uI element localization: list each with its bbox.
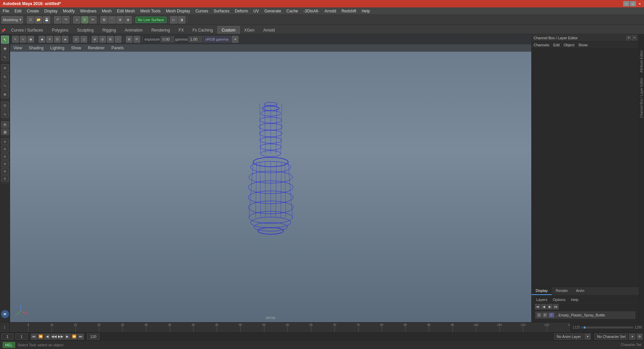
vp-exposure-field[interactable]: 0.00 [161,36,174,42]
ipr-btn[interactable]: ◑ [178,16,185,23]
play-fwd-btn[interactable]: ▶▶ [58,334,64,340]
vp-x-ray-btn[interactable]: ◈ [62,36,68,43]
menu-item-curves[interactable]: Curves [193,7,211,14]
menu-item-redshift[interactable]: Redshift [339,7,359,14]
shelf-tab-rendering[interactable]: Rendering [147,26,174,34]
select-tool-btn[interactable]: ↖ [1,36,9,44]
menu-item--3dtoall-[interactable]: -3DtoAll- [301,7,322,14]
universal-manip-btn[interactable]: ⊕ [1,90,9,98]
viewport-menu-renderer[interactable]: Renderer [85,44,108,52]
menu-item-modify[interactable]: Modify [60,7,77,14]
layer-ctrl-prev[interactable]: ◀ [541,304,546,309]
layer-visibility-btn[interactable]: V [537,313,541,317]
vp-gamma-field[interactable]: 1.00 [189,36,202,42]
open-scene-btn[interactable]: 📂 [35,16,42,23]
display-opt-6[interactable]: ≡ [1,160,9,167]
display-tab[interactable]: Display [532,287,552,295]
timeline-scrub[interactable] [581,327,633,329]
menu-item-file[interactable]: File [0,7,12,14]
playback-options-btn[interactable]: ⚙ [637,334,643,340]
undo-btn[interactable]: ↶ [54,16,61,23]
go-to-start-btn[interactable]: ⏮ [31,334,37,340]
display-opt-4[interactable]: ≡ [1,146,9,152]
vp-extra-btn[interactable]: ∷ [115,36,121,43]
shelf-tab-sculpting[interactable]: Sculpting [73,26,98,34]
viewport-menu-view[interactable]: View [10,44,25,52]
vp-transform-btn[interactable]: ⊕ [92,36,98,43]
vp-cam-btn[interactable]: ◷ [73,36,79,43]
vp-gamma-toggle[interactable]: ▾ [232,36,238,43]
scale-tool-btn[interactable]: ⤡ [1,82,9,90]
paint-select-btn[interactable]: ◉ [1,44,9,52]
vp-show-btn[interactable]: ◻ [80,36,87,43]
menu-item-mesh-display[interactable]: Mesh Display [163,7,193,14]
options-subtab[interactable]: Options [551,297,567,302]
display-opt-5[interactable]: ≡ [1,153,9,160]
snap-view-btn[interactable]: ◈ [124,16,132,23]
channel-box-tab[interactable]: Channel Box / Layer Editor [639,75,644,121]
new-scene-btn[interactable]: 🗋 [27,16,34,23]
channel-nav-channels[interactable]: Channels [534,43,549,47]
channel-nav-object[interactable]: Object [564,43,574,47]
viewport-menu-show[interactable]: Show [68,44,85,52]
channel-nav-show[interactable]: Show [578,43,588,47]
display-opt-1[interactable]: ⊞ [1,121,9,128]
shelf-tab-fx[interactable]: FX [174,26,188,34]
display-opt-2[interactable]: ▦ [1,129,9,135]
char-set-field[interactable]: No Character Set [595,334,628,340]
move-tool-btn[interactable]: ✛ [1,64,9,72]
layer-ctrl-next[interactable]: ▶ [547,304,552,309]
snap-grid-btn[interactable]: ⊞ [100,16,108,23]
char-set-dropdown[interactable]: ▾ [629,334,635,340]
prev-frame-btn[interactable]: ◀ [44,334,50,340]
prev-key-btn[interactable]: ⏪ [38,334,44,340]
vp-wire-btn[interactable]: ⊡ [54,36,61,43]
mel-button[interactable]: MEL [3,342,15,348]
menu-item-mesh-tools[interactable]: Mesh Tools [138,7,163,14]
minimize-button[interactable]: ─ [623,1,629,6]
menu-item-uv[interactable]: UV [251,7,262,14]
play-back-btn[interactable]: ◀◀ [51,334,57,340]
shelf-tab-custom[interactable]: Custom [217,26,240,34]
timeline-ruler[interactable]: 5101520253035404550556065707580859095100… [9,322,570,332]
viewport[interactable]: ↖ ∿ ◉ ◆ ☀ ⊡ ◈ ◷ ◻ ⊕ ◎ ⊞ ∷ ⊞ ⟳ exposure 0… [10,34,531,322]
close-button[interactable]: ✕ [637,1,643,6]
workspace-dropdown[interactable]: Modeling ▾ [1,16,23,23]
anim-tab[interactable]: Anim [572,287,588,295]
viewport-menu-panels[interactable]: Panels [108,44,127,52]
snap-point-btn[interactable]: ⊕ [116,16,124,23]
lasso-btn[interactable]: ⧖ [81,16,89,23]
channel-box-close-btn[interactable]: ✕ [632,36,637,40]
menu-item-surfaces[interactable]: Surfaces [211,7,232,14]
render-btn[interactable]: ▷ [170,16,177,23]
anim-layer-dropdown[interactable]: ▾ [585,334,591,340]
redo-btn[interactable]: ↷ [62,16,69,23]
menu-item-create[interactable]: Create [24,7,42,14]
menu-item-cache[interactable]: Cache [284,7,301,14]
rotate-tool-btn[interactable]: ↻ [1,73,9,81]
vp-select-btn[interactable]: ↖ [12,36,19,43]
shelf-tab-polygons[interactable]: Polygons [47,26,72,34]
menu-item-arnold[interactable]: Arnold [322,7,339,14]
maximize-button[interactable]: □ [630,1,636,6]
paint-btn[interactable]: ✏ [89,16,97,23]
display-opt-8[interactable]: ≡ [1,175,9,182]
viewport-menu-lighting[interactable]: Lighting [47,44,68,52]
display-opt-7[interactable]: ≡ [1,168,9,174]
channel-box-options-btn[interactable]: ⚙ [626,36,631,40]
shelf-pin[interactable]: 📌 [0,27,7,34]
vp-shade-btn[interactable]: ◆ [39,36,45,43]
vp-snap-btn[interactable]: ⊞ [107,36,114,43]
shelf-tab-arnold[interactable]: Arnold [259,26,279,34]
render-tab[interactable]: Render [552,287,572,295]
vp-light-btn[interactable]: ☀ [46,36,53,43]
select-btn[interactable]: ⊹ [73,16,80,23]
playback-end-field[interactable]: 120 [87,334,99,340]
soft-select-btn[interactable]: ⊙ [1,101,9,109]
menu-item-windows[interactable]: Windows [77,7,99,14]
layer-ctrl-first[interactable]: ⏮ [535,304,540,309]
display-opt-3[interactable]: ≡ [1,138,9,145]
viewport-menu-shading[interactable]: Shading [25,44,47,52]
playback-start-field[interactable]: 1 [1,334,13,340]
sculpt-btn[interactable]: ∿ [1,110,9,118]
